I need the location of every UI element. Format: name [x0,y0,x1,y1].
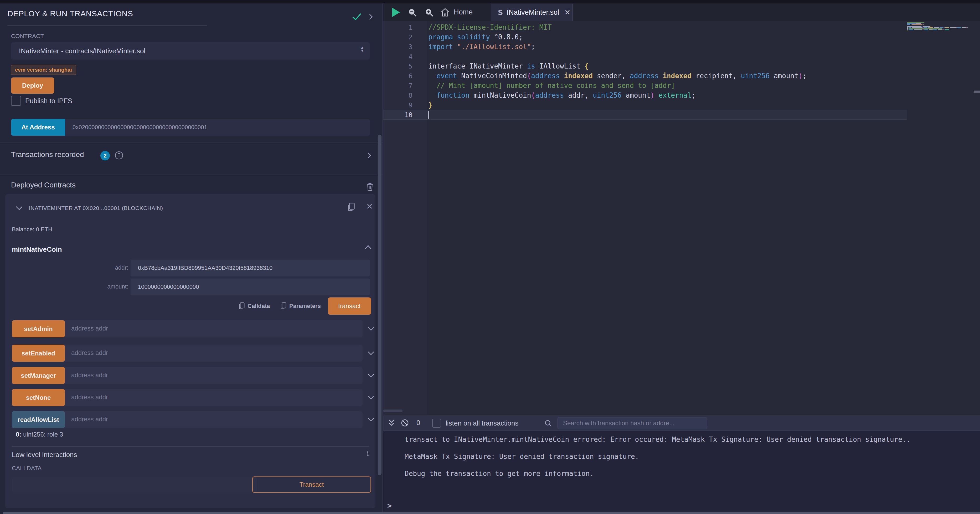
function-row-readAllowList: readAllowListaddress addr [12,411,363,428]
setEnabled-input-placeholder[interactable]: address addr [71,349,108,357]
trash-icon[interactable] [366,182,374,191]
terminal-line: transact to INativeMinter.mintNativeCoin… [405,435,910,452]
terminal-search-input[interactable] [557,417,707,429]
tab-home[interactable]: Home [441,3,473,21]
chevron-up-icon[interactable] [364,244,372,251]
chevron-down-icon[interactable] [367,394,375,401]
bottom-scrollbar[interactable] [3,512,980,514]
readAllowList-input-placeholder[interactable]: address addr [71,416,108,423]
code-line-5: 5interface INativeMinter is IAllowList { [383,62,980,71]
chevron-down-icon[interactable] [15,205,23,211]
panel-scrollbar[interactable] [378,135,382,475]
solidity-file-icon: S [498,8,503,17]
low-level-calldata-input[interactable] [12,476,257,493]
divider [0,143,383,143]
call-result-value: uint256: role 3 [23,431,63,438]
balance-label: Balance: 0 ETH [12,226,52,233]
publish-ipfs-checkbox[interactable] [11,96,21,106]
parameters-copy-button[interactable]: Parameters [280,302,321,310]
low-level-transact-button[interactable]: Transact [252,476,371,493]
code-line-1: 1//SPDX-License-Identifier: MIT [383,22,980,32]
close-icon[interactable]: ✕ [366,202,373,211]
line-number: 2 [383,32,412,42]
code-line-8: 8 function mintNativeCoin(address addr, … [383,90,980,100]
pending-tx-count: 0 [417,419,420,427]
chevron-down-icon[interactable] [367,325,375,332]
home-icon [441,8,450,17]
chevron-right-icon[interactable] [366,152,372,159]
addr-field-input[interactable] [130,260,370,276]
terminal-output: transact to INativeMinter.mintNativeCoin… [405,435,910,486]
horizontal-scrollbar[interactable] [383,409,402,412]
publish-ipfs-label: Publish to IPFS [25,97,72,105]
terminal-line: MetaMask Tx Signature: User denied trans… [405,452,910,470]
code-line-2: 2pragma solidity ^0.8.0; [383,32,980,42]
zoom-out-icon[interactable] [408,8,417,17]
line-number: 10 [383,110,412,120]
chevron-down-icon[interactable] [367,372,375,379]
chevron-right-icon[interactable] [367,13,374,20]
amount-field-input[interactable] [130,279,370,295]
contract-label: CONTRACT [11,33,44,40]
calldata-section-label: CALLDATA [12,465,42,472]
calldata-copy-button[interactable]: Calldata [238,302,270,310]
chevron-down-icon[interactable] [367,350,375,356]
contract-select[interactable]: INativeMinter - contracts/INativeMinter.… [11,42,370,60]
editor: Home S INativeMinter.sol ✕ 1//SPDX-Licen… [383,3,980,419]
terminal: 0 listen on all transactions transact to… [383,415,980,513]
close-icon[interactable]: ✕ [564,8,570,17]
tab-inativeminter[interactable]: S INativeMinter.sol ✕ [491,4,573,21]
code-line-7: 7 // Mint [amount] number of native coin… [383,81,980,90]
line-number: 7 [383,81,412,90]
at-address-input[interactable] [65,119,370,136]
addr-field-label: addr: [97,264,128,271]
setManager-input-placeholder[interactable]: address addr [71,371,108,379]
code-area[interactable]: 1//SPDX-License-Identifier: MIT2pragma s… [383,21,980,419]
copy-icon[interactable] [347,202,355,212]
line-number: 4 [383,52,412,62]
minimap[interactable] [907,22,972,90]
line-number: 1 [383,22,412,32]
select-arrows-icon: ▲▼ [360,46,364,52]
info-icon[interactable] [115,151,124,160]
zoom-in-icon[interactable] [425,8,434,17]
run-script-icon[interactable] [392,8,400,17]
line-number: 9 [383,100,412,110]
evm-version-badge: evm version: shanghai [11,65,76,75]
setEnabled-button[interactable]: setEnabled [12,345,65,362]
tab-inativeminter-label: INativeMinter.sol [507,8,559,17]
chevron-down-icon[interactable] [367,416,375,423]
deployed-contract-card: INATIVEMINTER AT 0X020...00001 (BLOCKCHA… [5,194,375,508]
code-line-10: 10 [383,110,980,120]
function-row-setEnabled: setEnabledaddress addr [12,345,363,362]
copy-icon [280,302,286,310]
collapse-terminal-icon[interactable] [388,419,395,427]
info-icon[interactable]: i [367,449,369,458]
listen-transactions-label: listen on all transactions [445,419,519,427]
code-line-3: 3import "./IAllowList.sol"; [383,42,980,52]
transact-button[interactable]: transact [328,297,371,315]
setAdmin-button[interactable]: setAdmin [12,320,65,337]
listen-transactions-checkbox[interactable] [432,419,441,428]
deploy-run-panel: DEPLOY & RUN TRANSACTIONS CONTRACT INati… [0,3,383,514]
deploy-button[interactable]: Deploy [11,78,54,94]
text-cursor [428,111,429,119]
terminal-prompt[interactable]: > [387,501,392,510]
at-address-button[interactable]: At Address [11,119,65,136]
function-name: mintNativeCoin [12,246,62,254]
divider [0,175,383,175]
transactions-count-badge: 2 [100,151,110,160]
top-strip [0,0,980,3]
check-icon [352,13,361,21]
setManager-button[interactable]: setManager [12,367,65,384]
setNone-button[interactable]: setNone [12,389,65,406]
line-number: 8 [383,90,412,100]
clear-console-icon[interactable] [401,419,409,427]
parameters-label: Parameters [289,303,321,309]
setAdmin-input-placeholder[interactable]: address addr [71,325,108,332]
setNone-input-placeholder[interactable]: address addr [71,393,108,401]
terminal-line: Debug the transaction to get more inform… [405,470,910,486]
code-line-6: 6 event NativeCoinMinted(address indexed… [383,71,980,81]
readAllowList-button[interactable]: readAllowList [12,411,65,428]
line-number: 3 [383,42,412,52]
